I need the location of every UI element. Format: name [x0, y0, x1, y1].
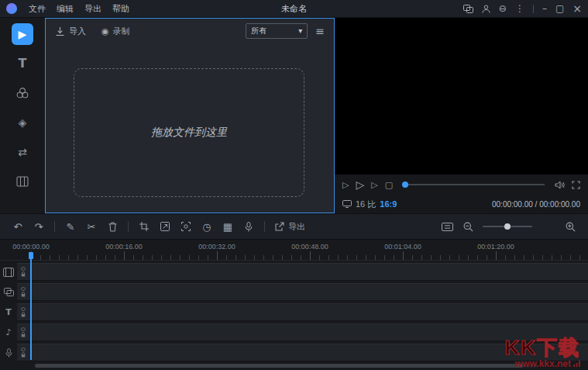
media-filter-select[interactable]: 所有 ▾ [246, 23, 308, 39]
track-text: T [0, 304, 588, 320]
track-lock-icon[interactable] [21, 271, 26, 277]
voice-track-icon[interactable] [0, 348, 17, 358]
track-lock-icon[interactable] [21, 312, 26, 317]
maximize-button[interactable]: ▢ [555, 4, 564, 13]
aspect-ratio-value[interactable]: 16:9 [380, 199, 397, 209]
music-track-lane[interactable] [17, 323, 588, 341]
timeline-scrollbar[interactable] [35, 364, 538, 368]
playhead[interactable] [30, 252, 32, 360]
seek-slider[interactable] [403, 184, 545, 185]
menu-export[interactable]: 导出 [79, 3, 107, 15]
text-track-icon[interactable]: T [0, 308, 17, 316]
record-label: 录制 [113, 26, 130, 37]
overlays-icon: ◈ [19, 117, 27, 128]
media-filter-value: 所有 [251, 26, 266, 36]
track-hide-icon[interactable] [21, 327, 26, 331]
track-lock-icon[interactable] [21, 292, 26, 297]
menu-edit[interactable]: 编辑 [51, 3, 79, 15]
text-tool-icon: T [19, 57, 27, 70]
music-track-icon[interactable]: ♪ [0, 328, 17, 337]
record-icon: ◉ [101, 27, 109, 36]
snapshot-button[interactable] [181, 222, 191, 231]
playhead-handle[interactable] [29, 252, 33, 259]
zoom-clip-button[interactable] [160, 222, 170, 231]
account-icon[interactable] [482, 5, 490, 13]
scrollbar-thumb[interactable] [35, 364, 523, 368]
step-forward-button[interactable]: ▷ [371, 181, 377, 189]
overlay-track-lane[interactable] [17, 283, 588, 301]
split-button[interactable]: ✂ [86, 222, 97, 232]
media-dropzone[interactable]: 拖放文件到这里 [74, 68, 304, 197]
play-button[interactable]: ▷ [356, 179, 364, 190]
track-hide-icon[interactable] [21, 267, 26, 271]
timeline-zoom-controls [442, 222, 576, 232]
zoom-slider-handle[interactable] [504, 223, 511, 230]
import-button[interactable]: 导入 [55, 26, 86, 37]
sidebar-item-overlays[interactable]: ◈ [12, 112, 33, 133]
minimize-button[interactable]: – [542, 4, 547, 13]
sidebar-item-filters[interactable] [12, 82, 33, 104]
import-label: 导入 [69, 26, 86, 37]
menubar: 文件 编辑 导出 帮助 [23, 3, 135, 15]
titlebar: 文件 编辑 导出 帮助 未命名 ⊖ ⋮ – ▢ × [0, 0, 588, 18]
seek-handle[interactable] [402, 182, 408, 188]
app-logo-icon[interactable] [6, 3, 17, 14]
aspect-ratio-button[interactable]: 16 比 [356, 199, 376, 210]
fullscreen-icon[interactable] [572, 181, 580, 189]
ruler-label: 00:00:00.00 [12, 243, 50, 251]
sidebar-item-media[interactable]: ▶ [12, 23, 33, 45]
menu-help[interactable]: 帮助 [107, 3, 135, 15]
zoom-slider[interactable] [483, 226, 532, 227]
step-backward-button[interactable]: ▷ [342, 181, 349, 189]
preview-panel: ▷ ▷ ▷ ▢ 16 比 [335, 18, 588, 213]
track-lock-icon[interactable] [21, 332, 26, 337]
video-track-lane[interactable] [17, 263, 588, 281]
fit-timeline-icon[interactable] [442, 223, 453, 231]
more-menu-icon[interactable]: ⋮ [515, 4, 524, 13]
record-button[interactable]: ◉ 录制 [101, 26, 130, 37]
stop-button[interactable]: ▢ [385, 181, 393, 189]
delete-button[interactable] [107, 222, 118, 232]
track-controls [21, 327, 26, 337]
mosaic-button[interactable]: ▦ [222, 222, 233, 232]
track-lock-icon[interactable] [21, 352, 26, 358]
volume-icon[interactable] [555, 181, 565, 189]
sidebar-item-text[interactable]: T [12, 53, 33, 74]
edit-button[interactable]: ✎ [65, 222, 76, 232]
duration-button[interactable]: ◷ [201, 222, 212, 232]
close-button[interactable]: × [573, 3, 582, 14]
crop-button[interactable] [139, 222, 150, 231]
track-controls [21, 287, 26, 297]
zoom-out-icon[interactable] [462, 222, 473, 232]
overlay-track-icon[interactable] [0, 288, 17, 296]
undo-button[interactable]: ↶ [12, 222, 23, 232]
aspect-ratio-icon [342, 200, 352, 208]
filters-icon [15, 87, 29, 99]
sidebar-item-elements[interactable] [12, 171, 33, 192]
export-button[interactable]: 导出 [275, 221, 305, 233]
zoom-in-icon[interactable] [565, 222, 576, 232]
track-hide-icon[interactable] [21, 307, 26, 311]
text-track-lane[interactable] [17, 303, 588, 321]
elements-icon [16, 176, 29, 187]
ruler-major-ticks [31, 251, 588, 260]
menu-file[interactable]: 文件 [23, 3, 51, 15]
track-controls [21, 267, 26, 277]
voiceover-button[interactable] [243, 222, 254, 232]
list-view-icon[interactable]: ≡ [315, 26, 325, 36]
track-video [0, 264, 588, 280]
transitions-icon: ⇄ [18, 147, 27, 157]
track-hide-icon[interactable] [21, 287, 26, 291]
ruler-label: 00:01:04.00 [384, 243, 421, 251]
track-hide-icon[interactable] [21, 348, 26, 351]
sidebar: ▶ T ◈ ⇄ [0, 18, 45, 213]
redo-button[interactable]: ↷ [33, 222, 44, 232]
sidebar-item-transitions[interactable]: ⇄ [12, 141, 33, 163]
video-track-icon[interactable] [0, 268, 17, 277]
media-library-icon: ▶ [19, 29, 27, 40]
toolbar-divider [264, 221, 265, 232]
feedback-icon[interactable]: ⊖ [499, 4, 507, 13]
timeline-ruler[interactable]: 00:00:00.00 00:00:16.00 00:00:32.00 00:0… [0, 240, 588, 261]
voice-track-lane[interactable] [17, 344, 588, 361]
layout-switch-icon[interactable] [463, 5, 473, 13]
